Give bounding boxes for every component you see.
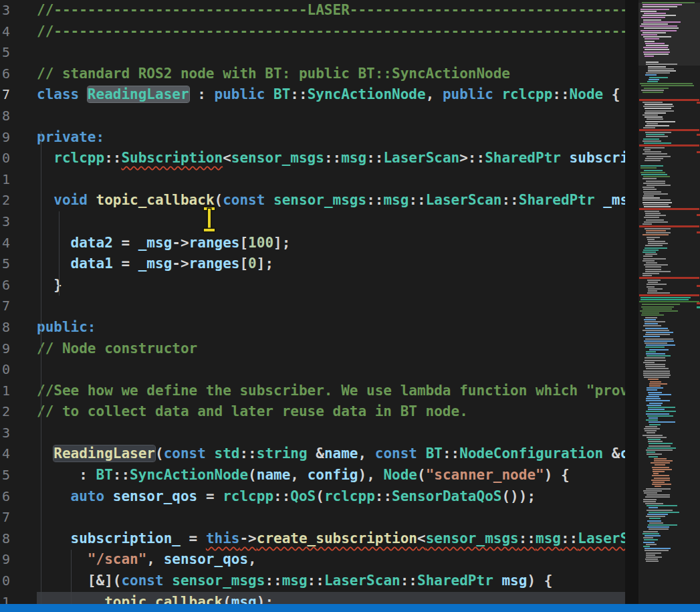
code-line[interactable]: 7class ReadingLaser : public BT::SyncAct…	[0, 84, 625, 106]
code-line[interactable]: 3	[0, 423, 625, 444]
code-token: sensor_msgs	[172, 573, 265, 589]
minimap-line	[697, 214, 700, 216]
code-text	[37, 359, 625, 381]
minimap-line	[645, 366, 665, 367]
code-line[interactable]: 6}	[0, 275, 625, 296]
code-line[interactable]: 1	[0, 169, 625, 191]
code-text: data2 = _msg->ranges[100];	[37, 233, 625, 254]
minimap-line	[641, 314, 664, 316]
code-token: // Node constructor	[37, 340, 197, 356]
indent-guide	[41, 131, 41, 604]
code-line[interactable]: 0[&](const sensor_msgs::msg::LaserScan::…	[0, 571, 625, 592]
code-line[interactable]: 9private:	[0, 127, 625, 148]
code-line[interactable]: 8subscription_ = this->create_subscripti…	[0, 528, 625, 550]
line-number: 0	[0, 359, 10, 381]
code-token: ::	[273, 488, 290, 504]
minimap-line	[644, 539, 658, 540]
minimap[interactable]	[638, 0, 700, 604]
minimap-line	[643, 191, 661, 193]
minimap-line	[643, 102, 663, 103]
code-line[interactable]: 5: BT::SyncActionNode(name, config), Nod…	[0, 465, 625, 486]
minimap-line	[645, 160, 661, 161]
minimap-line	[645, 338, 674, 340]
minimap-line	[697, 151, 700, 153]
code-token: [&](	[88, 573, 122, 589]
minimap-line	[641, 306, 674, 308]
code-token: ) {	[527, 573, 552, 589]
minimap-line	[646, 344, 675, 346]
minimap-line	[644, 193, 669, 195]
code-line[interactable]: 5data1 = _msg->ranges[0];	[0, 253, 625, 275]
line-number: 6	[0, 64, 10, 85]
code-line[interactable]: 2// to collect data and later reuse data…	[0, 401, 625, 423]
code-token: Subscription	[121, 150, 223, 166]
code-line[interactable]: 4data2 = _msg->ranges[100];	[0, 233, 625, 254]
code-token: ) {	[544, 467, 570, 483]
code-token: _msg	[138, 235, 172, 251]
minimap-line	[643, 435, 662, 436]
code-line[interactable]: 9// Node constructor	[0, 338, 625, 360]
code-line[interactable]: 1//See how we define the subscriber. We …	[0, 381, 625, 402]
code-line[interactable]: 7	[0, 507, 625, 528]
minimap-line	[646, 332, 673, 333]
code-text	[37, 507, 625, 528]
code-token: SharedPtr	[417, 573, 493, 589]
code-line[interactable]: 3	[0, 211, 625, 233]
code-token: Node	[570, 86, 604, 102]
minimap-line	[647, 437, 667, 438]
code-token: (	[316, 488, 324, 504]
code-token: rclcpp	[53, 150, 104, 166]
code-line[interactable]: 3//------------------------------LASER--…	[0, 0, 625, 21]
minimap-line	[647, 510, 673, 511]
code-token: BT	[273, 86, 290, 102]
code-token: const	[164, 445, 206, 462]
minimap-line	[645, 360, 666, 361]
minimap-line	[697, 302, 700, 304]
editor-pane[interactable]: 3//------------------------------LASER--…	[0, 0, 625, 604]
code-line[interactable]: 6auto sensor_qos = rclcpp::QoS(rclcpp::S…	[0, 486, 625, 508]
minimap-line	[643, 199, 671, 201]
code-line[interactable]: 1topic_callback(msg);	[0, 592, 625, 604]
code-line[interactable]: 2void topic_callback(const sensor_msgs::…	[0, 190, 625, 211]
minimap-line	[645, 228, 671, 229]
code-token: string	[257, 445, 308, 462]
code-line[interactable]: 7	[0, 296, 625, 317]
minimap-line	[647, 156, 671, 157]
indent-guide	[71, 550, 72, 604]
minimap-line	[649, 383, 667, 385]
code-text: //See how we define the subscriber. We u…	[37, 381, 625, 402]
line-number: 8	[0, 317, 10, 338]
code-line[interactable]: 0rclcpp::Subscription<sensor_msgs::msg::…	[0, 148, 625, 169]
status-bar[interactable]	[0, 604, 700, 612]
code-line[interactable]: 8	[0, 106, 625, 127]
minimap-line	[643, 490, 663, 492]
minimap-line	[645, 430, 657, 431]
code-line[interactable]: 4//-------------------------------------…	[0, 21, 625, 43]
code-token: rclcpp	[324, 488, 375, 504]
minimap-line	[649, 445, 670, 447]
minimap-line	[645, 328, 668, 329]
code-text	[37, 423, 625, 444]
minimap-line	[643, 260, 655, 262]
code-token: ReadingLaser	[53, 445, 155, 462]
code-line[interactable]: 9"/scan", sensor_qos,	[0, 549, 625, 571]
code-token: LaserScan	[426, 192, 502, 208]
code-text: // to collect data and later reuse data …	[37, 401, 625, 423]
minimap-line	[647, 451, 656, 453]
code-token: ->	[172, 256, 189, 272]
code-line[interactable]: 4ReadingLaser(const std::string &name, c…	[0, 443, 625, 465]
minimap-slider[interactable]	[638, 3, 700, 66]
code-line[interactable]: 0	[0, 359, 625, 381]
code-token	[265, 86, 273, 102]
line-number: 7	[0, 507, 10, 528]
minimap-line	[648, 392, 662, 393]
minimap-line	[697, 102, 700, 104]
minimap-line	[643, 275, 651, 276]
minimap-line	[645, 550, 669, 551]
code-text	[37, 169, 625, 191]
minimap-line	[641, 174, 667, 175]
code-line[interactable]: 5	[0, 42, 625, 64]
code-line[interactable]: 6// standard ROS2 node with BT: public B…	[0, 64, 625, 85]
minimap-line	[648, 439, 660, 440]
code-line[interactable]: 8public:	[0, 317, 625, 338]
